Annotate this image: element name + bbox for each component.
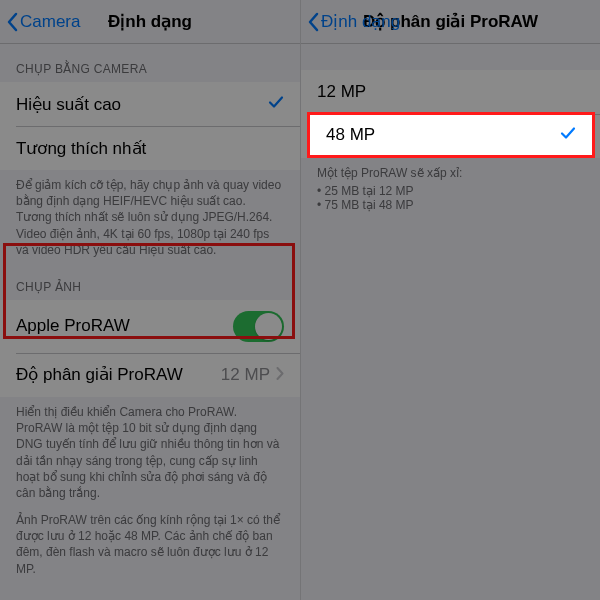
checkmark-icon	[268, 94, 284, 115]
row-label: 12 MP	[317, 82, 366, 102]
group-capture: Hiệu suất cao Tương thích nhất	[0, 82, 300, 170]
row-proraw-resolution[interactable]: Độ phân giải ProRAW 12 MP	[0, 353, 300, 397]
settings-proraw-resolution-pane: Định dạng Độ phân giải ProRAW 12 MP 48 M…	[300, 0, 600, 600]
row-label: Hiệu suất cao	[16, 94, 121, 115]
footer-photo-2: Ảnh ProRAW trên các ống kính rộng tại 1×…	[0, 505, 300, 581]
row-label: Tương thích nhất	[16, 138, 146, 159]
row-value: 12 MP	[221, 365, 270, 385]
section-header-video: QUAY VIDEO	[0, 581, 300, 600]
highlighted-row-48mp[interactable]: 48 MP	[307, 112, 595, 158]
footer-photo-1: Hiển thị điều khiển Camera cho ProRAW. P…	[0, 397, 300, 505]
section-header-capture: CHỤP BẰNG CAMERA	[0, 44, 300, 82]
back-button[interactable]: Định dạng	[307, 0, 400, 43]
footer-resolution: Một tệp ProRAW sẽ xấp xỉ:	[301, 158, 600, 182]
navbar: Định dạng Độ phân giải ProRAW	[301, 0, 600, 44]
back-label: Định dạng	[321, 11, 400, 32]
chevron-left-icon	[307, 12, 319, 32]
back-button[interactable]: Camera	[6, 0, 80, 43]
row-12mp[interactable]: 12 MP	[301, 70, 600, 114]
row-most-compatible[interactable]: Tương thích nhất	[0, 126, 300, 170]
row-label: Apple ProRAW	[16, 316, 130, 336]
checkmark-icon	[560, 125, 576, 146]
footer-bullets: 25 MB tại 12 MP 75 MB tại 48 MP	[301, 182, 600, 214]
section-header-photo: CHỤP ẢNH	[0, 262, 300, 300]
bullet: 75 MB tại 48 MP	[317, 198, 584, 212]
back-label: Camera	[20, 12, 80, 32]
row-label: 48 MP	[326, 125, 375, 145]
chevron-left-icon	[6, 12, 18, 32]
settings-formats-pane: Camera Định dạng CHỤP BẰNG CAMERA Hiệu s…	[0, 0, 300, 600]
row-apple-proraw[interactable]: Apple ProRAW	[0, 300, 300, 353]
row-high-efficiency[interactable]: Hiệu suất cao	[0, 82, 300, 126]
toggle-switch[interactable]	[233, 311, 284, 342]
navbar: Camera Định dạng	[0, 0, 300, 44]
footer-capture: Để giảm kích cỡ tệp, hãy chụp ảnh và qua…	[0, 170, 300, 262]
group-photo: Apple ProRAW Độ phân giải ProRAW 12 MP	[0, 300, 300, 397]
bullet: 25 MB tại 12 MP	[317, 184, 584, 198]
row-label: Độ phân giải ProRAW	[16, 364, 183, 385]
chevron-right-icon	[276, 365, 284, 385]
